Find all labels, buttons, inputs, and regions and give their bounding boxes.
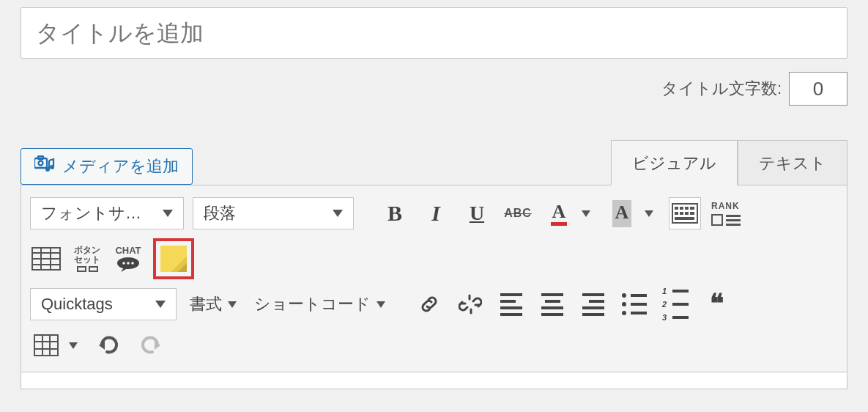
bullet-list-icon	[622, 293, 647, 315]
strikethrough-button[interactable]: ABC	[502, 197, 534, 229]
bg-color-dropdown[interactable]	[638, 210, 660, 217]
table-grid-icon	[34, 334, 59, 356]
tab-visual[interactable]: ビジュアル	[611, 140, 738, 185]
fontsize-select[interactable]: フォントサ…	[30, 197, 184, 229]
paragraph-select-label: 段落	[204, 202, 236, 224]
link-icon	[418, 293, 441, 316]
svg-rect-11	[680, 212, 683, 215]
shortcode-dropdown-label: ショートコード	[254, 293, 371, 315]
text-color-button[interactable]: A	[543, 197, 575, 229]
svg-rect-8	[685, 207, 689, 210]
bg-color-icon: A	[612, 200, 632, 227]
quote-icon: ❝	[710, 296, 724, 312]
camera-music-icon	[34, 155, 55, 177]
fontsize-select-label: フォントサ…	[41, 202, 141, 224]
caret-down-icon	[69, 342, 78, 349]
insert-table-button[interactable]	[30, 243, 62, 275]
svg-point-3	[45, 167, 50, 172]
svg-marker-22	[121, 268, 127, 272]
sticky-note-icon	[160, 246, 187, 272]
svg-rect-7	[680, 207, 683, 210]
svg-rect-10	[675, 212, 678, 215]
svg-point-23	[122, 262, 125, 265]
title-char-count-label: タイトル文字数:	[661, 78, 782, 100]
add-media-label: メディアを追加	[62, 155, 179, 177]
unlink-icon	[459, 293, 482, 316]
caret-down-icon	[228, 301, 237, 308]
numbered-list-icon: 1 2 3	[662, 287, 689, 322]
svg-rect-14	[675, 217, 694, 220]
caret-down-icon	[645, 210, 653, 217]
underline-button[interactable]: U	[461, 197, 493, 229]
svg-point-4	[50, 165, 54, 169]
tab-text[interactable]: テキスト	[738, 140, 847, 185]
sticky-note-button[interactable]	[153, 238, 194, 279]
caret-down-icon	[333, 210, 343, 217]
align-center-button[interactable]	[536, 288, 568, 320]
insert-link-button[interactable]	[413, 288, 445, 320]
toolbar-toggle-icon	[672, 203, 698, 224]
caret-down-icon	[376, 301, 385, 308]
chat-icon: CHAT	[115, 245, 141, 273]
caret-down-icon	[582, 210, 590, 217]
align-left-button[interactable]	[495, 288, 527, 320]
kitchen-sink-button[interactable]	[669, 197, 701, 229]
post-title-input[interactable]	[21, 7, 847, 59]
add-media-button[interactable]: メディアを追加	[21, 148, 193, 185]
caret-down-icon	[155, 301, 166, 308]
italic-button[interactable]: I	[420, 197, 452, 229]
paragraph-select[interactable]: 段落	[193, 197, 354, 229]
svg-rect-13	[690, 212, 694, 215]
blockquote-button[interactable]: ❝	[700, 288, 732, 320]
svg-rect-30	[34, 335, 58, 356]
chat-button[interactable]: CHAT	[112, 243, 144, 275]
align-center-icon	[541, 293, 563, 316]
undo-icon	[97, 335, 121, 356]
table-grid-button[interactable]	[30, 329, 62, 361]
svg-rect-12	[685, 212, 689, 215]
bg-color-button[interactable]: A	[606, 197, 638, 229]
format-dropdown[interactable]: 書式	[185, 288, 241, 320]
undo-button[interactable]	[93, 329, 125, 361]
bold-button[interactable]: B	[379, 197, 411, 229]
svg-rect-9	[690, 207, 694, 210]
svg-point-24	[127, 262, 130, 265]
title-char-count-value: 0	[789, 72, 847, 106]
button-set-button[interactable]: ボタン セット	[71, 243, 103, 275]
underline-icon: U	[470, 202, 484, 225]
svg-point-1	[39, 161, 43, 166]
editor-content[interactable]	[21, 372, 847, 389]
numbered-list-button[interactable]: 1 2 3	[659, 288, 691, 320]
align-right-button[interactable]	[577, 288, 609, 320]
italic-icon: I	[431, 201, 440, 226]
table-grid-dropdown[interactable]	[62, 342, 84, 349]
editor-toolbar: フォントサ… 段落 B I U ABC A A	[21, 185, 847, 372]
bullet-list-button[interactable]	[618, 288, 650, 320]
rank-icon: RANK	[711, 201, 741, 226]
text-color-icon: A	[552, 201, 566, 226]
format-dropdown-label: 書式	[190, 293, 222, 315]
button-set-icon: ボタン セット	[74, 246, 100, 271]
redo-icon	[138, 335, 162, 356]
redo-button[interactable]	[134, 329, 166, 361]
strike-icon: ABC	[504, 207, 532, 220]
align-right-icon	[582, 293, 604, 316]
caret-down-icon	[163, 210, 173, 217]
quicktags-select-label: Quicktags	[41, 295, 113, 314]
text-color-dropdown[interactable]	[575, 210, 597, 217]
svg-rect-6	[675, 207, 678, 210]
quicktags-select[interactable]: Quicktags	[30, 288, 177, 320]
shortcode-dropdown[interactable]: ショートコード	[250, 288, 390, 320]
svg-point-25	[131, 262, 134, 265]
bold-icon: B	[387, 201, 402, 226]
align-left-icon	[500, 293, 522, 316]
unlink-button[interactable]	[454, 288, 486, 320]
table-icon	[31, 247, 61, 271]
rank-button[interactable]: RANK	[710, 197, 742, 229]
